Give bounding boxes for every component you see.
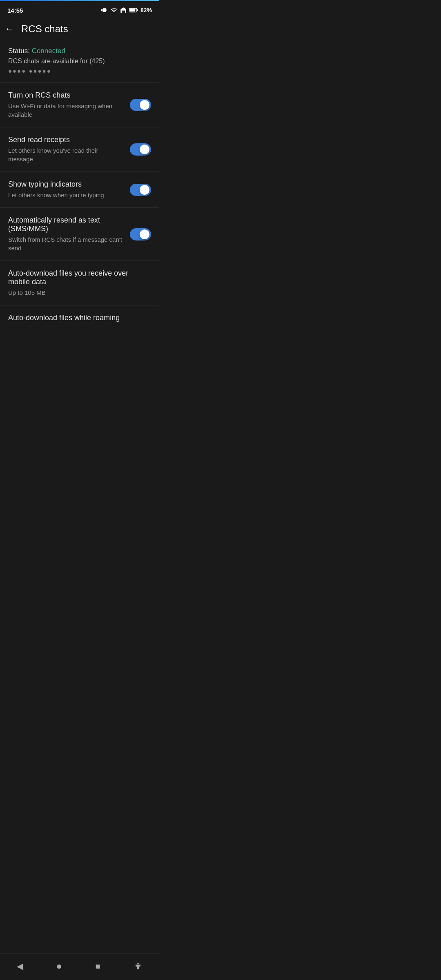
status-time: 14:55 [7,7,23,14]
toggle-turn-on-rcs[interactable] [130,99,151,111]
toggle-auto-resend[interactable] [130,228,151,241]
battery-icon [129,7,138,13]
setting-auto-download-mobile[interactable]: Auto-download files you receive over mob… [0,261,159,305]
setting-show-typing-indicators-title: Show typing indicators [8,180,123,189]
battery-percent: 82% [140,7,152,13]
setting-send-read-receipts[interactable]: Send read receipts Let others know you'v… [0,127,159,172]
setting-show-typing-indicators[interactable]: Show typing indicators Let others know w… [0,172,159,208]
settings-list: Turn on RCS chats Use Wi-Fi or data for … [0,83,159,365]
page-title: RCS chats [21,23,68,35]
back-button[interactable]: ← [5,24,14,34]
toggle-send-read-receipts[interactable] [130,143,151,156]
setting-turn-on-rcs-desc: Use Wi-Fi or data for messaging when ava… [8,102,123,119]
status-bar: 14:55 82% [0,1,159,18]
toolbar: ← RCS chats [0,18,159,40]
status-icons: 82% [101,7,152,13]
status-section: Status: Connected RCS chats are availabl… [0,40,159,83]
svg-rect-1 [129,9,135,11]
svg-rect-2 [137,9,138,11]
setting-auto-resend[interactable]: Automatically resend as text (SMS/MMS) S… [0,208,159,261]
signal-icon [120,7,127,13]
phone-number-masked: ●●●● ●●●●● [8,67,151,74]
setting-auto-resend-title: Automatically resend as text (SMS/MMS) [8,216,123,233]
vibrate-icon [101,7,108,13]
toggle-show-typing-indicators[interactable] [130,184,151,196]
setting-auto-download-roaming[interactable]: Auto-download files while roaming [0,305,159,365]
setting-show-typing-indicators-desc: Let others know when you're typing [8,191,123,199]
wifi-icon [110,7,118,13]
status-label: Status: [8,47,32,55]
setting-auto-download-mobile-desc: Up to 105 MB [8,288,145,297]
setting-auto-download-roaming-title: Auto-download files while roaming [8,314,145,322]
setting-send-read-receipts-title: Send read receipts [8,136,123,144]
rcs-available-text: RCS chats are available for (425) [8,58,151,65]
status-value: Connected [32,47,65,55]
setting-auto-resend-desc: Switch from RCS chats if a message can't… [8,235,123,252]
connection-status-line: Status: Connected [8,47,151,55]
setting-send-read-receipts-desc: Let others know you've read their messag… [8,146,123,163]
setting-turn-on-rcs[interactable]: Turn on RCS chats Use Wi-Fi or data for … [0,83,159,127]
setting-auto-download-mobile-title: Auto-download files you receive over mob… [8,269,145,286]
setting-turn-on-rcs-title: Turn on RCS chats [8,91,123,100]
